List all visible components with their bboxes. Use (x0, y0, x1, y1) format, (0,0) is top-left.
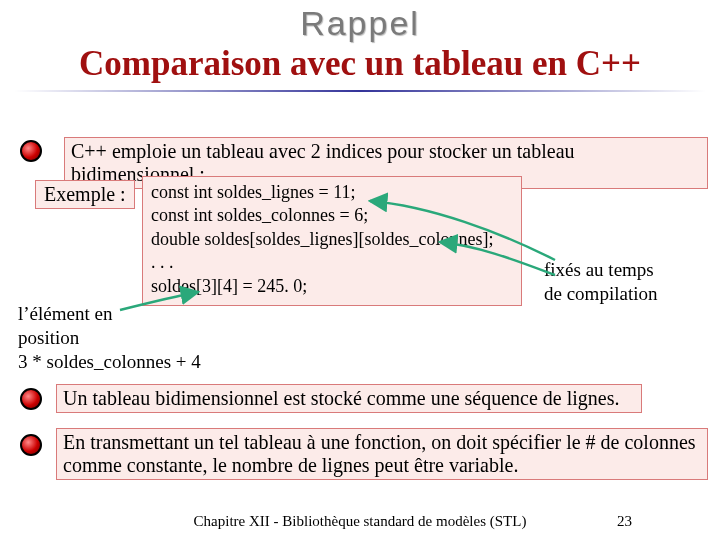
slide: Rappel Comparaison avec un tableau en C+… (0, 0, 720, 540)
slide-title: Comparaison avec un tableau en C++ (14, 44, 706, 92)
bullet-text: En transmettant un tel tableau à une fon… (56, 428, 708, 480)
example-label: Exemple : (35, 180, 135, 209)
code-line: . . . (151, 251, 513, 274)
annotation-right: fixés au tempsde compilation (544, 258, 657, 306)
footer-chapter: Chapitre XII - Bibliothèque standard de … (0, 513, 720, 530)
bullet-icon (20, 388, 42, 410)
annotation-bottom: l’élément enposition3 * soldes_colonnes … (18, 302, 201, 373)
bullet-text: Un tableau bidimensionnel est stocké com… (56, 384, 642, 413)
bullet-icon (20, 140, 42, 162)
footer-page-number: 23 (617, 513, 632, 530)
code-line: double soldes[soldes_lignes][soldes_colo… (151, 228, 513, 251)
code-block: const int soldes_lignes = 11; const int … (142, 176, 522, 306)
bullet-icon (20, 434, 42, 456)
rappel-heading: Rappel (0, 4, 720, 43)
code-line: const int soldes_lignes = 11; (151, 181, 513, 204)
code-line: soldes[3][4] = 245. 0; (151, 275, 513, 298)
code-line: const int soldes_colonnes = 6; (151, 204, 513, 227)
